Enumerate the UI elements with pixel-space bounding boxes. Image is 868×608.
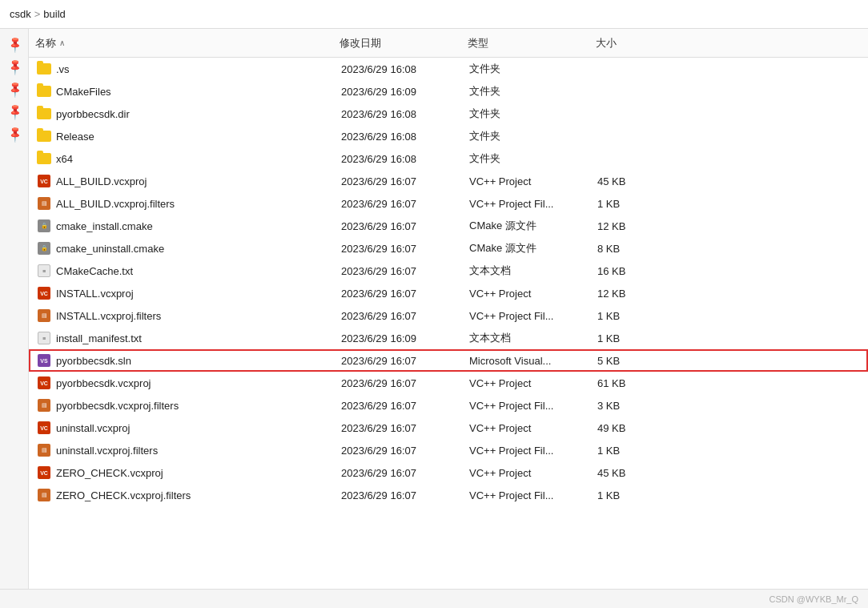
breadcrumb-csdk[interactable]: csdk xyxy=(10,8,31,20)
pin-icon-2[interactable]: 📌 xyxy=(2,54,26,79)
file-name-text: .vs xyxy=(56,63,70,75)
file-size: 5 KB xyxy=(597,355,677,367)
folder-icon xyxy=(37,151,51,166)
file-name-text: CMakeCache.txt xyxy=(56,265,133,277)
file-name-cell: VC INSTALL.vcxproj xyxy=(37,286,341,300)
vcxproj-icon: VC xyxy=(37,286,51,300)
cmake-icon: 🔒 xyxy=(37,241,51,256)
file-date: 2023/6/29 16:09 xyxy=(341,86,469,98)
bottom-bar: CSDN @WYKB_Mr_Q xyxy=(0,589,868,608)
file-name-text: Release xyxy=(56,131,94,143)
file-type: VC++ Project Fil... xyxy=(469,310,597,322)
col-header-type[interactable]: 类型 xyxy=(468,36,596,50)
file-type: VC++ Project xyxy=(469,175,597,187)
vcxproj-icon: VC xyxy=(37,174,51,188)
file-name-text: install_manifest.txt xyxy=(56,332,142,344)
file-type: VC++ Project Fil... xyxy=(469,445,597,457)
file-date: 2023/6/29 16:07 xyxy=(341,265,469,277)
pin-icon-1[interactable]: 📌 xyxy=(2,31,26,56)
vcxproj-icon: VC xyxy=(37,376,51,390)
sort-arrow-name: ∧ xyxy=(59,38,65,47)
file-type: VC++ Project xyxy=(469,288,597,300)
file-name-cell: 🔒 cmake_uninstall.cmake xyxy=(37,241,341,256)
file-date: 2023/6/29 16:07 xyxy=(341,220,469,232)
file-name-cell: VC uninstall.vcxproj xyxy=(37,421,341,435)
file-type: VC++ Project xyxy=(469,422,597,434)
file-size: 12 KB xyxy=(597,220,677,232)
file-list[interactable]: .vs 2023/6/29 16:08 文件夹 CMakeFiles 2023/… xyxy=(29,58,868,589)
file-size: 8 KB xyxy=(597,243,677,255)
col-header-size[interactable]: 大小 xyxy=(596,36,676,50)
file-name-text: ZERO_CHECK.vcxproj.filters xyxy=(56,489,191,501)
folder-icon xyxy=(37,84,51,99)
table-row[interactable]: ▤ ALL_BUILD.vcxproj.filters 2023/6/29 16… xyxy=(29,192,868,215)
table-row[interactable]: VC INSTALL.vcxproj 2023/6/29 16:07 VC++ … xyxy=(29,282,868,304)
vcxproj-icon: VC xyxy=(37,421,51,435)
file-name-cell: .vs xyxy=(37,62,341,76)
file-date: 2023/6/29 16:07 xyxy=(341,175,469,187)
table-row[interactable]: ▤ ZERO_CHECK.vcxproj.filters 2023/6/29 1… xyxy=(29,484,868,506)
file-name-text: ALL_BUILD.vcxproj xyxy=(56,175,147,187)
file-area: 名称 ∧ 修改日期 类型 大小 xyxy=(29,29,868,589)
file-name-cell: pyorbbecsdk.dir xyxy=(37,107,341,121)
file-name-text: INSTALL.vcxproj.filters xyxy=(56,310,161,322)
file-size: 45 KB xyxy=(597,467,677,479)
file-type: VC++ Project Fil... xyxy=(469,198,597,210)
file-type: 文件夹 xyxy=(469,129,597,143)
col-header-name[interactable]: 名称 ∧ xyxy=(35,36,340,50)
table-row[interactable]: .vs 2023/6/29 16:08 文件夹 xyxy=(29,58,868,80)
file-type: 文件夹 xyxy=(469,151,597,166)
pin-icon-5[interactable]: 📌 xyxy=(2,121,26,146)
table-row[interactable]: ▤ INSTALL.vcxproj.filters 2023/6/29 16:0… xyxy=(29,304,868,327)
table-row[interactable]: CMakeFiles 2023/6/29 16:09 文件夹 xyxy=(29,80,868,103)
file-type: 文本文档 xyxy=(469,264,597,278)
table-row[interactable]: 🔒 cmake_install.cmake 2023/6/29 16:07 CM… xyxy=(29,215,868,237)
file-explorer-window: csdk > build 📌 📌 📌 📌 📌 名称 ∧ 修改日期 xyxy=(0,0,868,608)
file-date: 2023/6/29 16:07 xyxy=(341,355,469,367)
file-name-text: CMakeFiles xyxy=(56,86,111,98)
table-row[interactable]: VS pyorbbecsdk.sln 2023/6/29 16:07 Micro… xyxy=(29,349,868,372)
file-name-text: INSTALL.vcxproj xyxy=(56,288,134,300)
main-layout: 📌 📌 📌 📌 📌 名称 ∧ 修改日期 类型 大小 xyxy=(0,29,868,589)
col-type-label: 类型 xyxy=(468,36,488,50)
file-date: 2023/6/29 16:07 xyxy=(341,445,469,457)
filters-icon: ▤ xyxy=(37,308,51,323)
file-name-text: pyorbbecsdk.dir xyxy=(56,108,130,120)
file-name-cell: Release xyxy=(37,129,341,143)
file-date: 2023/6/29 16:07 xyxy=(341,243,469,255)
file-size: 12 KB xyxy=(597,288,677,300)
folder-icon xyxy=(37,62,51,76)
file-name-text: ALL_BUILD.vcxproj.filters xyxy=(56,198,175,210)
table-row[interactable]: ≡ install_manifest.txt 2023/6/29 16:09 文… xyxy=(29,327,868,349)
file-date: 2023/6/29 16:07 xyxy=(341,377,469,389)
file-type: CMake 源文件 xyxy=(469,241,597,256)
txt-icon: ≡ xyxy=(37,331,51,345)
pin-icon-3[interactable]: 📌 xyxy=(2,76,26,101)
table-row[interactable]: VC uninstall.vcxproj 2023/6/29 16:07 VC+… xyxy=(29,417,868,439)
file-name-text: pyorbbecsdk.sln xyxy=(56,355,131,367)
file-type: VC++ Project Fil... xyxy=(469,489,597,501)
file-size: 1 KB xyxy=(597,445,677,457)
file-name-cell: ≡ CMakeCache.txt xyxy=(37,264,341,278)
file-date: 2023/6/29 16:07 xyxy=(341,489,469,501)
table-row[interactable]: Release 2023/6/29 16:08 文件夹 xyxy=(29,125,868,147)
filters-icon: ▤ xyxy=(37,398,51,413)
table-row[interactable]: ▤ pyorbbecsdk.vcxproj.filters 2023/6/29 … xyxy=(29,394,868,417)
file-date: 2023/6/29 16:08 xyxy=(341,63,469,75)
table-row[interactable]: ≡ CMakeCache.txt 2023/6/29 16:07 文本文档 16… xyxy=(29,260,868,282)
table-row[interactable]: 🔒 cmake_uninstall.cmake 2023/6/29 16:07 … xyxy=(29,237,868,260)
col-header-date[interactable]: 修改日期 xyxy=(340,36,468,50)
table-row[interactable]: ▤ uninstall.vcxproj.filters 2023/6/29 16… xyxy=(29,439,868,461)
table-row[interactable]: x64 2023/6/29 16:08 文件夹 xyxy=(29,147,868,170)
sidebar: 📌 📌 📌 📌 📌 xyxy=(0,29,29,589)
table-row[interactable]: VC ZERO_CHECK.vcxproj 2023/6/29 16:07 VC… xyxy=(29,461,868,484)
file-type: 文件夹 xyxy=(469,107,597,121)
table-row[interactable]: VC pyorbbecsdk.vcxproj 2023/6/29 16:07 V… xyxy=(29,372,868,394)
breadcrumb-build[interactable]: build xyxy=(43,8,65,20)
table-row[interactable]: pyorbbecsdk.dir 2023/6/29 16:08 文件夹 xyxy=(29,103,868,125)
file-name-text: uninstall.vcxproj xyxy=(56,422,131,434)
table-row[interactable]: VC ALL_BUILD.vcxproj 2023/6/29 16:07 VC+… xyxy=(29,170,868,192)
pin-icon-4[interactable]: 📌 xyxy=(2,99,26,123)
file-name-text: cmake_install.cmake xyxy=(56,220,153,232)
breadcrumb-sep-1: > xyxy=(34,8,41,20)
